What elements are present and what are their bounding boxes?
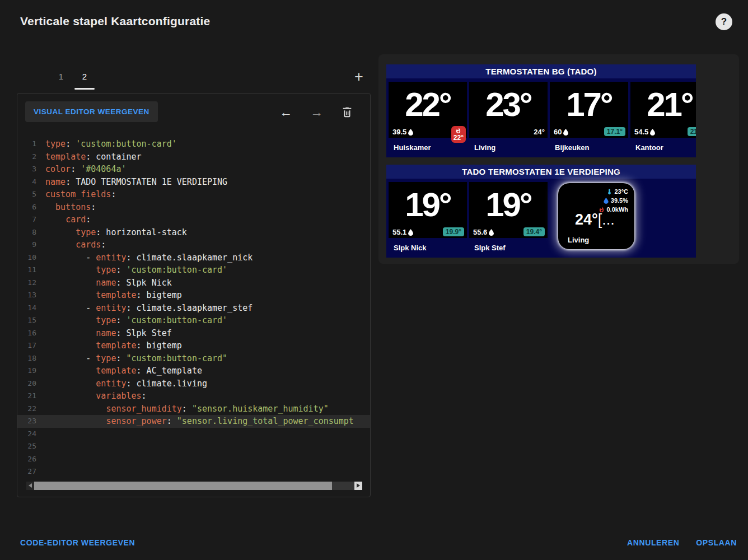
code-line[interactable]: 13 template: bigtemp	[17, 289, 370, 302]
line-number: 7	[17, 213, 36, 226]
code-editor[interactable]: 1type: 'custom:button-card'2template: co…	[17, 138, 370, 490]
tile-display: 19°55.619.4°	[469, 182, 548, 238]
line-content	[36, 440, 45, 453]
tile-humidity: 60	[554, 128, 568, 136]
line-number: 13	[17, 289, 36, 302]
tab-card-1[interactable]: 1	[49, 64, 73, 90]
scroll-left-icon	[29, 483, 32, 488]
thermostat-tile[interactable]: 19°55.119.9°Slpk Nick	[389, 182, 467, 256]
line-content: entity: climate.living	[36, 377, 207, 390]
droplet-icon	[408, 229, 413, 236]
scrollbar-thumb[interactable]	[34, 482, 332, 490]
code-line[interactable]: 8 type: horizontal-stack	[17, 226, 370, 239]
code-line[interactable]: 19 template: AC_template	[17, 365, 370, 377]
line-number: 21	[17, 390, 36, 403]
setpoint-text: 24°	[534, 128, 545, 136]
line-content: name: Slpk Nick	[36, 277, 172, 290]
code-line[interactable]: 20 entity: climate.living	[17, 377, 370, 390]
horizontal-scrollbar[interactable]	[26, 482, 362, 490]
card-body: 22°39.522°Huiskamer23°24°Living17°6017.1…	[386, 78, 696, 157]
delete-icon[interactable]	[341, 106, 353, 118]
line-number: 10	[17, 251, 36, 264]
code-line[interactable]: 10 - entity: climate.slaapkamer_nick	[17, 251, 370, 264]
code-line[interactable]: 16 name: Slpk Stef	[17, 327, 370, 340]
tile-temperature: 23°	[469, 82, 548, 128]
code-editor-toggle[interactable]: CODE-EDITOR WEERGEVEN	[20, 538, 135, 547]
ac-stats: 23°C39.5%0.0kWh	[599, 188, 628, 213]
line-number: 12	[17, 277, 36, 290]
line-content: - type: "custom:button-card"	[36, 352, 227, 365]
code-line[interactable]: 27	[17, 465, 370, 478]
card-title: TERMOSTATEN BG (TADO)	[386, 64, 696, 78]
droplet-icon	[650, 129, 655, 136]
code-line[interactable]: 25	[17, 440, 370, 453]
code-line[interactable]: 6 buttons:	[17, 201, 370, 214]
thermostat-tile[interactable]: 19°55.619.4°Slpk Stef	[469, 182, 548, 256]
thermostat-tile[interactable]: 17°6017.1°Bijkeuken	[550, 82, 628, 156]
ac-temperature: 24°[...	[575, 211, 615, 228]
code-line[interactable]: 11 type: 'custom:button-card'	[17, 264, 370, 277]
scroll-right-icon	[357, 483, 360, 488]
droplet-icon	[408, 129, 413, 136]
ac-card-living[interactable]: 23°C39.5%0.0kWh24°[...Living	[558, 183, 634, 249]
code-line[interactable]: 21 variables:	[17, 390, 370, 403]
code-line[interactable]: 1type: 'custom:button-card'	[17, 138, 370, 151]
line-content: color: '#04064a'	[36, 163, 127, 176]
line-content	[36, 428, 45, 441]
setpoint-badge: 19.9°	[443, 227, 464, 236]
code-line[interactable]: 24	[17, 428, 370, 441]
setpoint-badge: 17.1°	[604, 127, 625, 136]
code-line[interactable]: 22 sensor_humidity: "sensor.huiskamer_hu…	[17, 403, 370, 416]
dialog-footer: CODE-EDITOR WEERGEVEN ANNULEREN OPSLAAN	[0, 525, 748, 560]
ac-stat: 23°C	[606, 188, 628, 195]
line-number: 19	[17, 365, 36, 377]
visual-editor-button[interactable]: VISUAL EDITOR WEERGEVEN	[25, 101, 158, 122]
line-number: 27	[17, 465, 36, 478]
scroll-left-button[interactable]	[26, 482, 34, 490]
heating-setpoint: 22°	[454, 134, 464, 142]
save-button[interactable]: OPSLAAN	[696, 538, 737, 547]
code-line[interactable]: 2template: container	[17, 151, 370, 164]
help-button[interactable]: ?	[716, 13, 732, 30]
tile-humidity: 55.6	[473, 228, 494, 236]
yaml-editor-panel: VISUAL EDITOR WEERGEVEN ← → 1type: 'cust…	[17, 93, 371, 497]
tab-card-2[interactable]: 2	[73, 64, 96, 90]
thermostat-tile[interactable]: 21°54.521.3Kantoor	[630, 82, 696, 156]
card-preview-panel: TERMOSTATEN BG (TADO)22°39.522°Huiskamer…	[378, 54, 739, 264]
code-line[interactable]: 14 - entity: climate.slaapkamer_stef	[17, 302, 370, 315]
ac-stat: 39.5%	[603, 197, 628, 204]
cancel-button[interactable]: ANNULEREN	[627, 538, 679, 547]
line-content: custom_fields:	[36, 188, 116, 201]
thermostat-card: TERMOSTATEN BG (TADO)22°39.522°Huiskamer…	[386, 64, 696, 157]
undo-icon[interactable]: ←	[279, 106, 292, 118]
code-line[interactable]: 17 template: bigtemp	[17, 339, 370, 352]
code-line[interactable]: 5custom_fields:	[17, 188, 370, 201]
line-content: cards:	[36, 239, 106, 251]
line-number: 20	[17, 377, 36, 390]
code-line[interactable]: 15 type: 'custom:button-card'	[17, 314, 370, 327]
card-config-dialog: Verticale stapel Kaartconfiguratie ? 1 2…	[0, 0, 748, 560]
scrollbar-track[interactable]	[34, 482, 354, 490]
line-number: 24	[17, 428, 36, 441]
tile-humidity: 54.5	[634, 128, 655, 136]
code-lines: 1type: 'custom:button-card'2template: co…	[17, 138, 370, 478]
line-number: 15	[17, 314, 36, 327]
line-number: 11	[17, 264, 36, 277]
tile-name: Slpk Nick	[389, 238, 467, 256]
code-line[interactable]: 23 sensor_power: "sensor.living_total_po…	[17, 415, 370, 428]
code-line[interactable]: 9 cards:	[17, 239, 370, 251]
redo-icon[interactable]: →	[310, 106, 323, 118]
code-line[interactable]: 12 name: Slpk Nick	[17, 277, 370, 290]
code-line[interactable]: 3color: '#04064a'	[17, 163, 370, 176]
thermostat-tile[interactable]: 22°39.522°Huiskamer	[389, 82, 467, 156]
code-line[interactable]: 18 - type: "custom:button-card"	[17, 352, 370, 365]
line-number: 9	[17, 239, 36, 251]
code-line[interactable]: 4name: TADO TERMOSTATEN 1E VERDIEPING	[17, 176, 370, 189]
code-line[interactable]: 26	[17, 453, 370, 466]
scroll-right-button[interactable]	[354, 482, 362, 490]
code-line[interactable]: 7 card:	[17, 213, 370, 226]
tile-display: 22°39.522°	[389, 82, 467, 138]
thermostat-tile[interactable]: 23°24°Living	[469, 82, 548, 156]
add-card-button[interactable]: +	[349, 67, 368, 86]
tile-humidity: 39.5	[392, 128, 413, 136]
